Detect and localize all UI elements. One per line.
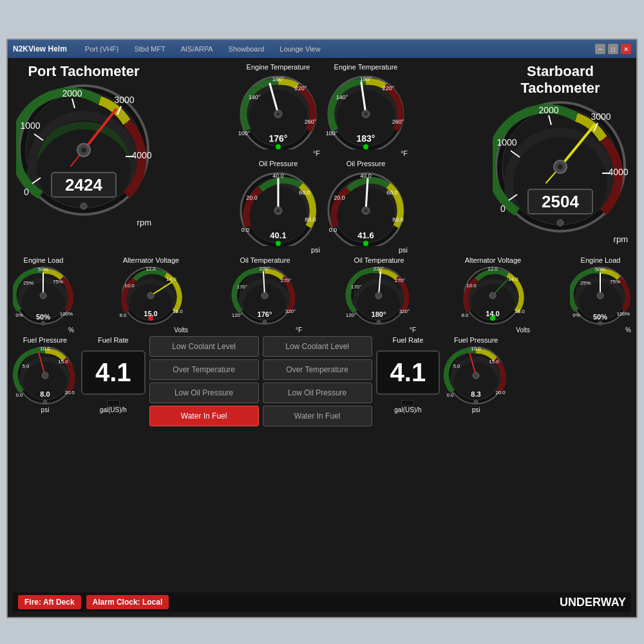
svg-point-54: [276, 241, 281, 246]
svg-point-15: [81, 147, 86, 153]
tab-lounge[interactable]: Lounge View: [274, 44, 325, 54]
svg-point-127: [375, 292, 382, 299]
svg-text:25%: 25%: [23, 280, 33, 286]
stbd-over-temp-btn[interactable]: Over Temperature: [263, 359, 372, 380]
svg-text:180°: 180°: [372, 310, 386, 318]
port-oil-temp: Oil Temperature 120° 170° 220° 270° 320°…: [228, 256, 302, 334]
stbd-water-fuel-btn[interactable]: Water In Fuel: [263, 406, 372, 426]
svg-point-149: [597, 292, 603, 299]
svg-text:170°: 170°: [351, 284, 362, 290]
stbd-alt-voltage: Alternator Voltage 8.0 10.0 12.0 14.0 16…: [456, 256, 530, 334]
svg-text:15.0: 15.0: [144, 310, 157, 317]
port-alt-voltage-gauge: 8.0 10.0 12.0 14.0 16.0 15.0: [114, 265, 188, 327]
svg-text:176°: 176°: [258, 310, 272, 318]
svg-point-64: [365, 209, 367, 212]
svg-text:10.0: 10.0: [471, 346, 481, 352]
svg-text:0%: 0%: [573, 312, 580, 318]
stbd-engine-temp-label: Engine Temperature: [334, 63, 398, 71]
svg-text:0.0: 0.0: [15, 392, 23, 398]
port-over-temp-btn[interactable]: Over Temperature: [149, 359, 259, 380]
svg-text:260°: 260°: [392, 118, 404, 125]
svg-text:260°: 260°: [305, 118, 317, 125]
svg-text:16.0: 16.0: [173, 308, 183, 314]
svg-text:0.0: 0.0: [329, 227, 337, 233]
stbd-engine-temp-unit: °F: [324, 149, 408, 157]
svg-text:80.0: 80.0: [392, 216, 404, 223]
svg-text:50%: 50%: [38, 267, 48, 272]
svg-text:8.0: 8.0: [461, 312, 469, 318]
stbd-engine-load: Engine Load 0% 25% 50% 75% 100% 50%: [570, 256, 631, 334]
stbd-fuel-pressure-unit: psi: [444, 406, 508, 413]
svg-text:4000: 4000: [608, 167, 628, 177]
stbd-low-oil-btn[interactable]: Low Oil Pressure: [263, 383, 372, 403]
svg-text:100°: 100°: [326, 130, 338, 137]
svg-text:220°: 220°: [260, 266, 270, 272]
svg-text:220°: 220°: [295, 85, 307, 91]
port-low-oil-btn[interactable]: Low Oil Pressure: [149, 383, 259, 403]
stbd-rpm-unit: rpm: [493, 234, 628, 244]
svg-point-138: [489, 292, 496, 299]
port-oil-temp-label: Oil Temperature: [240, 256, 290, 264]
svg-text:20.0: 20.0: [246, 194, 258, 201]
svg-text:270°: 270°: [281, 278, 292, 283]
port-rpm-unit: rpm: [16, 218, 151, 227]
svg-point-96: [41, 321, 45, 325]
svg-text:10.0: 10.0: [40, 346, 50, 352]
port-fuel-pressure-gauge: 0.0 5.0 10.0 15.0 20.0 8.0: [13, 345, 77, 406]
svg-text:20.0: 20.0: [495, 390, 506, 395]
svg-text:320°: 320°: [399, 308, 410, 314]
svg-point-160: [42, 372, 48, 379]
svg-text:270°: 270°: [395, 278, 406, 283]
port-engine-temp-gauge: 100° 140° 180° 220° 260° 176°: [236, 72, 320, 149]
svg-text:4000: 4000: [131, 150, 151, 160]
port-water-fuel-btn[interactable]: Water In Fuel: [149, 406, 259, 426]
stbd-fuel-rate-label: Fuel Rate: [393, 336, 424, 344]
port-low-coolant-btn[interactable]: Low Coolant Level: [149, 336, 259, 357]
port-engine-temp-label: Engine Temperature: [247, 63, 310, 71]
tab-stbd-mft[interactable]: Stbd MFT: [129, 44, 170, 54]
stbd-oil-temp-gauge: 120° 170° 220° 270° 320° 180°: [342, 265, 416, 327]
tab-ais[interactable]: AIS/ARPA: [176, 44, 218, 54]
stbd-fuel-pressure: Fuel Pressure 0.0 5.0 10.0 15.0 20.0 8.3: [444, 336, 508, 413]
svg-text:5.0: 5.0: [453, 363, 461, 369]
stbd-engine-temp: Engine Temperature 100° 140° 180° 220°: [324, 63, 408, 157]
maximize-button[interactable]: □: [608, 44, 618, 54]
status-bar: Fire: Aft Deck Alarm Clock: Local UNDERW…: [13, 592, 631, 612]
svg-point-116: [261, 292, 268, 299]
svg-text:14.0: 14.0: [486, 310, 499, 317]
svg-text:41.6: 41.6: [357, 231, 374, 240]
stbd-fuel-rate-unit: gal(US)/h: [394, 406, 421, 413]
stbd-tach-section: Starboard Tachometer 0: [489, 63, 631, 244]
port-fuel-rate-display: 4.1: [81, 350, 146, 395]
stbd-fuel-rate: Fuel Rate 4.1 gal(US)/h: [376, 336, 440, 413]
svg-text:3000: 3000: [591, 111, 611, 122]
port-fuel-rate-label: Fuel Rate: [98, 336, 129, 344]
svg-point-118: [263, 320, 267, 324]
svg-text:0: 0: [500, 204, 506, 214]
svg-text:2504: 2504: [542, 192, 579, 211]
middle-gauges-row: Engine Load 0% 25% 50% 75% 100%: [13, 256, 631, 334]
tab-showboard[interactable]: Showboard: [223, 44, 270, 54]
alarm-status-badge[interactable]: Alarm Clock: Local: [86, 595, 169, 609]
stbd-engine-load-label: Engine Load: [581, 256, 621, 264]
fire-status-badge[interactable]: Fire: Aft Deck: [18, 595, 81, 609]
tab-port[interactable]: Port (VHF): [80, 44, 124, 54]
minimize-button[interactable]: ─: [595, 44, 605, 54]
svg-text:20.0: 20.0: [334, 194, 345, 201]
svg-point-105: [147, 292, 154, 299]
svg-text:1000: 1000: [20, 120, 40, 131]
stbd-alt-voltage-unit: Volts: [456, 327, 530, 334]
svg-text:220°: 220°: [383, 85, 395, 91]
svg-text:60.0: 60.0: [299, 189, 310, 196]
svg-text:40.0: 40.0: [360, 173, 372, 179]
stbd-tach-title: Starboard Tachometer: [489, 63, 631, 97]
port-oil-pressure-unit: psi: [236, 246, 320, 254]
port-fuel-rate-unit: gal(US)/h: [100, 406, 127, 413]
stbd-fuel-rate-value: 4.1: [390, 358, 426, 387]
close-button[interactable]: ✕: [621, 44, 631, 54]
stbd-fuel-rate-display: 4.1: [376, 350, 440, 395]
svg-text:183°: 183°: [357, 133, 375, 144]
stbd-low-coolant-btn[interactable]: Low Coolant Level: [263, 336, 372, 357]
port-engine-load-unit: %: [13, 327, 74, 334]
svg-text:14.0: 14.0: [166, 276, 176, 282]
